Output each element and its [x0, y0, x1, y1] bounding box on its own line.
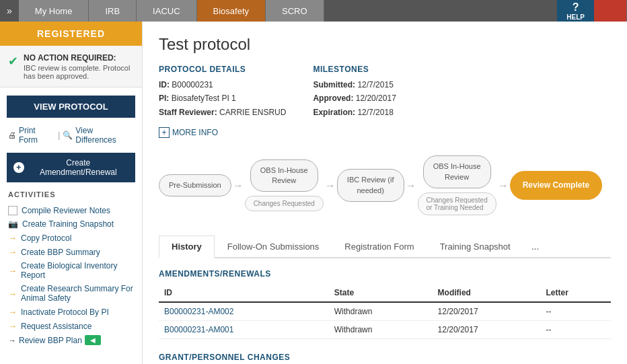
- col-state: State: [329, 284, 433, 302]
- activity-create-bbp-summary: → Create BBP Summary: [8, 245, 134, 259]
- green-arrow-badge: [85, 335, 101, 345]
- table-row: B00000231-AM002 Withdrawn 12/20/2017 --: [159, 302, 611, 321]
- tab-history[interactable]: History: [159, 235, 215, 258]
- wf-node-ibc-review: IBC Review (ifneeded): [337, 169, 404, 202]
- protocol-id: ID: B00000231: [159, 78, 286, 92]
- protocol-details-section: PROTOCOL DETAILS ID: B00000231 PI: Biosa…: [159, 65, 611, 119]
- create-training-snapshot-link[interactable]: Create Training Snapshot: [22, 219, 114, 229]
- grant-section-title: GRANT/PERSONNEL CHANGES: [159, 353, 611, 362]
- protocol-details-heading: PROTOCOL DETAILS: [159, 65, 286, 74]
- create-amendment-button[interactable]: + Create Amendment/Renewal: [7, 153, 135, 182]
- grant-section: GRANT/PERSONNEL CHANGES ID State Modifie…: [159, 353, 611, 364]
- compile-reviewer-notes-link[interactable]: Compile Reviewer Notes: [22, 206, 110, 215]
- col-id: ID: [159, 284, 329, 302]
- cell-state: Withdrawn: [329, 320, 433, 338]
- wf-group-obs-2: OBS In-HouseReview Changes Requestedor T…: [418, 155, 496, 215]
- activity-inactivate-protocol: → Inactivate Protocol By PI: [8, 305, 134, 319]
- protocol-pi: PI: BiosafetyTest PI 1: [159, 92, 286, 105]
- biological-inventory-link[interactable]: Create Biological Inventory Report: [21, 261, 134, 280]
- activity-request-assistance: → Request Assistance: [8, 319, 134, 333]
- arrow-right-icon-7: →: [8, 336, 16, 345]
- nav-item-iacuc[interactable]: IACUC: [137, 0, 196, 22]
- request-assistance-link[interactable]: Request Assistance: [21, 322, 91, 331]
- wf-pill-obs-inhouse-2: OBS In-HouseReview: [423, 155, 491, 188]
- copy-protocol-link[interactable]: Copy Protocol: [21, 233, 71, 243]
- milestone-approved: Approved: 12/20/2017: [313, 92, 396, 105]
- nav-item-my-home[interactable]: My Home: [19, 0, 89, 22]
- print-form-link[interactable]: Print Form: [19, 126, 55, 145]
- nav-item-irb[interactable]: IRB: [89, 0, 137, 22]
- main-content: Test protocol PROTOCOL DETAILS ID: B0000…: [143, 22, 627, 364]
- nav-item-biosafety[interactable]: Biosafety: [197, 0, 266, 22]
- top-navigation: » My Home IRB IACUC Biosafety SCRO ? HEL…: [0, 0, 627, 22]
- cell-state: Withdrawn: [329, 302, 433, 321]
- tab-training-snapshot[interactable]: Training Snapshot: [427, 235, 523, 258]
- col-modified: Modified: [433, 284, 541, 302]
- inactivate-protocol-link[interactable]: Inactivate Protocol By PI: [21, 307, 109, 317]
- nav-expand-button[interactable]: »: [0, 0, 19, 22]
- tab-registration-form[interactable]: Registration Form: [332, 235, 427, 258]
- wf-arrow-1: →: [233, 180, 244, 192]
- wf-sub-changes-requested-1: Changes Requested: [245, 196, 324, 211]
- protocol-staff: Staff Reviewer: CARRIE ENSRUD: [159, 106, 286, 119]
- amendments-section: AMENDMENTS/RENEWALS ID State Modified Le…: [159, 269, 611, 339]
- arrow-right-icon-6: →: [8, 321, 17, 331]
- workflow-diagram: Pre-Submission → OBS In-HouseReview Chan…: [159, 149, 611, 222]
- wf-pill-review-complete: Review Complete: [510, 171, 602, 200]
- camera-icon: 📷: [8, 219, 18, 229]
- col-letter: Letter: [541, 284, 611, 302]
- arrow-right-icon: →: [8, 233, 17, 243]
- page-title: Test protocol: [159, 35, 611, 54]
- wf-group-obs-1: OBS In-HouseReview Changes Requested: [245, 159, 324, 212]
- more-info-toggle[interactable]: + MORE INFO: [159, 127, 611, 138]
- activities-title: ACTIVITIES: [8, 190, 134, 198]
- milestones-heading: MILESTONES: [313, 65, 396, 74]
- help-button[interactable]: ? HELP: [557, 0, 594, 22]
- wf-node-review-complete: Review Complete: [510, 171, 602, 200]
- wf-arrow-2: →: [325, 180, 336, 192]
- tab-more-button[interactable]: ...: [523, 235, 548, 257]
- print-links: 🖨 Print Form | 🔍 View Differences: [0, 126, 142, 150]
- research-summary-link[interactable]: Create Research Summary For Animal Safet…: [21, 284, 134, 303]
- wf-arrow-4: →: [498, 180, 509, 192]
- nav-red-button[interactable]: [594, 0, 627, 22]
- milestone-expiration: Expiration: 12/7/2018: [313, 106, 396, 119]
- print-icon: 🖨: [8, 131, 16, 140]
- review-bbp-plan-link[interactable]: Review BBP Plan: [19, 336, 82, 345]
- cell-modified: 12/20/2017: [433, 320, 541, 338]
- arrow-right-icon-3: →: [8, 266, 17, 276]
- cell-letter: --: [541, 302, 611, 321]
- no-action-text: IBC review is complete. Protocol has bee…: [24, 64, 134, 80]
- activity-review-bbp-plan: → Review BBP Plan: [8, 333, 134, 347]
- arrow-right-icon-4: →: [8, 289, 17, 299]
- activity-create-training-snapshot: 📷 Create Training Snapshot: [8, 217, 134, 231]
- action-box: ✔ NO ACTION REQUIRED: IBC review is comp…: [0, 46, 142, 87]
- view-differences-link[interactable]: View Differences: [75, 126, 134, 145]
- search-icon: 🔍: [63, 131, 73, 140]
- create-bbp-summary-link[interactable]: Create BBP Summary: [21, 248, 100, 257]
- table-row: B00000231-AM001 Withdrawn 12/20/2017 --: [159, 320, 611, 338]
- view-protocol-button[interactable]: VIEW PROTOCOL: [7, 96, 135, 118]
- cell-id[interactable]: B00000231-AM001: [159, 320, 329, 338]
- plus-circle-icon: +: [13, 162, 24, 173]
- wf-arrow-3: →: [406, 180, 416, 192]
- activity-research-summary: → Create Research Summary For Animal Saf…: [8, 282, 134, 305]
- tabs-bar: History Follow-On Submissions Registrati…: [159, 235, 611, 258]
- activities-section: ACTIVITIES Compile Reviewer Notes 📷 Crea…: [0, 190, 142, 347]
- activity-copy-protocol: → Copy Protocol: [8, 231, 134, 245]
- check-icon: ✔: [8, 54, 18, 69]
- cell-id[interactable]: B00000231-AM002: [159, 302, 329, 321]
- nav-item-scro[interactable]: SCRO: [266, 0, 324, 22]
- wf-pill-ibc-review: IBC Review (ifneeded): [337, 169, 404, 202]
- tab-follow-on-submissions[interactable]: Follow-On Submissions: [215, 235, 332, 258]
- arrow-right-icon-2: →: [8, 247, 17, 257]
- activity-compile-reviewer-notes: Compile Reviewer Notes: [8, 204, 134, 217]
- wf-sub-changes-requested-2: Changes Requestedor Training Needed: [418, 192, 496, 215]
- activity-biological-inventory: → Create Biological Inventory Report: [8, 259, 134, 282]
- no-action-title: NO ACTION REQUIRED:: [24, 53, 116, 63]
- wf-pill-pre-submission: Pre-Submission: [159, 174, 231, 196]
- milestones-block: MILESTONES Submitted: 12/7/2015 Approved…: [313, 65, 396, 119]
- wf-node-pre-submission: Pre-Submission: [159, 174, 231, 196]
- more-info-plus-icon: +: [159, 127, 170, 138]
- cell-modified: 12/20/2017: [433, 302, 541, 321]
